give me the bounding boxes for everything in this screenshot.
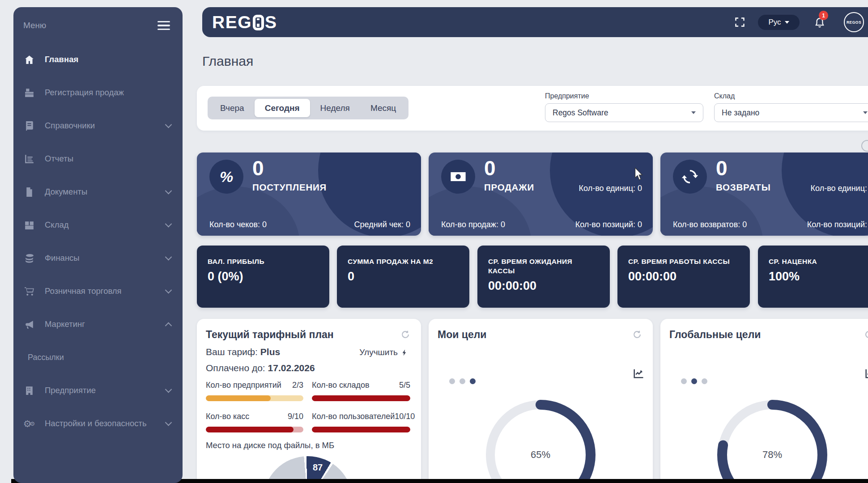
upgrade-link[interactable]: Улучшить: [359, 347, 408, 357]
sidebar-item-finance[interactable]: Финансы: [13, 242, 183, 275]
stat-value: 0: [484, 156, 496, 180]
refresh-icon[interactable]: [864, 330, 868, 339]
pie-slice-label: 87: [308, 462, 328, 473]
cash-register-icon: [23, 87, 35, 98]
mouse-cursor: [634, 168, 645, 181]
tariff-card-title: Текущий тарифный план: [206, 329, 334, 341]
limit-warehouses: Кол-во складов5/5: [312, 381, 410, 401]
stat-bottom-left: Кол-во чеков: 0: [209, 220, 267, 229]
enterprise-label: Предприятие: [545, 92, 703, 100]
sidebar-item-mailings[interactable]: Рассылки: [13, 341, 183, 374]
line-chart-icon[interactable]: [864, 367, 868, 380]
caret-down-icon: [785, 21, 789, 24]
stat-card-returns: 0 ВОЗВРАТЫ Кол-во единиц: 0 Кол-во возвр…: [660, 153, 868, 236]
filter-card: Вчера Сегодня Неделя Месяц Предприятие R…: [197, 86, 868, 131]
stat-card-receipts: % 0 ПОСТУПЛЕНИЯ Кол-во чеков: 0 Средний …: [197, 153, 421, 236]
page-title: Главная: [202, 54, 253, 69]
kpi-value: 00:00:00: [488, 279, 599, 293]
carousel-dots: [449, 378, 476, 384]
limit-cash-registers: Кол-во касс9/10: [206, 412, 303, 432]
returns-icon: [673, 160, 707, 194]
sidebar-nav: Главная Регистрация продаж Справочники О…: [13, 43, 183, 440]
refresh-icon[interactable]: [861, 140, 868, 152]
kpi-label: СУММА ПРОДАЖ НА М2: [348, 257, 459, 267]
carousel-dot[interactable]: [702, 378, 707, 384]
global-goals-card: Глобальные цели 78%: [660, 319, 868, 483]
stat-bottom-right: Кол-во позиций: 0: [575, 220, 642, 229]
coins-icon: [23, 252, 35, 264]
carousel-dot[interactable]: [449, 378, 455, 384]
caret-down-icon: [863, 111, 868, 114]
progress-bar: [312, 395, 410, 401]
cart-icon: [23, 285, 35, 297]
sidebar-item-sales-registration[interactable]: Регистрация продаж: [13, 76, 183, 109]
sidebar-item-directories[interactable]: Справочники: [13, 109, 183, 142]
kpi-value: 0 (0%): [208, 270, 319, 284]
tab-week[interactable]: Неделя: [310, 99, 360, 117]
reports-icon: [23, 153, 35, 165]
sidebar-item-retail[interactable]: Розничная торговля: [13, 275, 183, 308]
refresh-icon[interactable]: [400, 330, 410, 339]
carousel-dot[interactable]: [691, 378, 697, 384]
sidebar-menu-label: Меню: [23, 21, 46, 30]
topbar: REGS Рус 1 REGOS: [202, 7, 868, 37]
building-icon: [23, 385, 35, 396]
sidebar-item-home[interactable]: Главная: [13, 43, 183, 76]
stat-title: ПОСТУПЛЕНИЯ: [252, 182, 327, 193]
tariff-plan-line: Ваш тариф: Plus: [206, 347, 280, 357]
stat-top-right: Кол-во единиц: 0: [579, 184, 642, 193]
gears-icon: ⚙⚙: [23, 418, 35, 429]
fullscreen-icon[interactable]: [734, 16, 746, 28]
kpi-label: СР. ВРЕМЯ ОЖИДАНИЯ КАССЫ: [488, 257, 582, 276]
stat-value: 0: [252, 156, 264, 180]
chevron-up-icon: [165, 322, 172, 329]
warehouse-select[interactable]: Не задано: [714, 103, 868, 122]
document-icon: [23, 186, 35, 198]
limit-users: Кол-во пользователей10/10: [312, 412, 410, 432]
megaphone-icon: [23, 318, 35, 330]
kpi-card-avg-work-time: СР. ВРЕМЯ РАБОТЫ КАССЫ 00:00:00: [617, 246, 750, 308]
enterprise-select[interactable]: Regos Software: [545, 103, 703, 122]
sidebar-item-enterprise[interactable]: Предприятие: [13, 374, 183, 407]
user-avatar[interactable]: REGOS: [844, 12, 864, 32]
chevron-down-icon: [165, 220, 172, 227]
sidebar-item-documents[interactable]: Документы: [13, 175, 183, 208]
tab-today[interactable]: Сегодня: [255, 99, 310, 117]
sidebar-item-reports[interactable]: Отчеты: [13, 142, 183, 175]
limit-enterprises: Кол-во предприятий2/3: [206, 381, 303, 401]
tariff-plan-value: Plus: [260, 347, 280, 357]
sidebar-item-warehouse[interactable]: Склад: [13, 208, 183, 242]
stat-card-sales: 0 ПРОДАЖИ Кол-во единиц: 0 Кол-во продаж…: [429, 153, 653, 236]
progress-bar: [206, 427, 303, 432]
lightning-icon: [401, 349, 408, 356]
money-icon: [441, 160, 475, 194]
stat-bottom-right: Кол-во позиций: 0: [807, 220, 868, 229]
chevron-down-icon: [165, 386, 172, 393]
tariff-limits: Кол-во предприятий2/3 Кол-во складов5/5 …: [206, 381, 410, 432]
sidebar-header: Меню: [13, 7, 183, 30]
goal-gauge: 78%: [716, 399, 828, 483]
period-tabs: Вчера Сегодня Неделя Месяц: [208, 97, 408, 119]
stat-bottom-left: Кол-во продаж: 0: [441, 220, 505, 229]
chevron-down-icon: [165, 253, 172, 260]
sidebar-item-marketing[interactable]: Маркетинг: [13, 308, 183, 341]
regos-logo: REGS: [212, 13, 277, 32]
line-chart-icon[interactable]: [632, 367, 645, 380]
carousel-dot[interactable]: [460, 378, 465, 384]
carousel-dot[interactable]: [681, 378, 687, 384]
kpi-card-gross-profit: ВАЛ. ПРИБЫЛЬ 0 (0%): [197, 246, 329, 308]
warehouse-icon: [23, 219, 35, 231]
kpi-value: 0: [348, 270, 459, 284]
tab-month[interactable]: Месяц: [360, 99, 406, 117]
refresh-icon[interactable]: [632, 330, 642, 339]
stat-top-right: Кол-во единиц: 0: [811, 184, 868, 193]
stat-bottom-right: Средний чек: 0: [354, 220, 410, 229]
tab-yesterday[interactable]: Вчера: [210, 99, 255, 117]
language-selector[interactable]: Рус: [758, 15, 800, 30]
sidebar-item-settings-security[interactable]: ⚙⚙ Настройки и безопасность: [13, 407, 183, 440]
stat-title: ВОЗВРАТЫ: [716, 182, 771, 193]
goal-percent: 78%: [716, 399, 828, 483]
carousel-dot[interactable]: [470, 378, 476, 384]
stat-value: 0: [716, 156, 728, 180]
hamburger-menu-icon[interactable]: [157, 21, 170, 30]
